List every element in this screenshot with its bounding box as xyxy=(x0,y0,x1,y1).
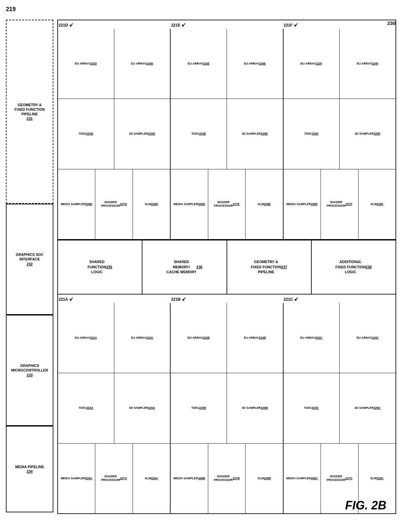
sampler-225A: 3D SAMPLER225A xyxy=(114,373,170,443)
media-sampler-206F: MEDIA SAMPLER206F xyxy=(284,169,321,239)
slice-221B-row2: TD/IC223B 3D SAMPLER225B xyxy=(171,373,283,443)
eu-array-224C: EU ARRAY224C xyxy=(340,303,396,373)
slice-221F-row1: EU ARRAY222F EU ARRAY224F xyxy=(284,29,396,99)
sampler-225C: 3D SAMPLER225C xyxy=(340,373,396,443)
label-221B: 221B ↙ xyxy=(171,296,186,302)
tdic-223D: TD/IC223D xyxy=(58,99,114,169)
slice-221B-inner: EU ARRAY222B EU ARRAY224B TD/IC223B 3D S… xyxy=(171,303,283,513)
figure-label: FIG. 2B xyxy=(345,499,386,512)
left-box-233-ref: 233 xyxy=(11,373,48,377)
additional-fixed-238: ADDITIONALFIXED FUNCTIONLOGIC238 xyxy=(312,240,396,294)
slice-221F-row2: TD/IC223F 3D SAMPLER225F xyxy=(284,99,396,169)
eu-array-222F: EU ARRAY222F xyxy=(284,29,340,99)
left-box-232-label: GRAPHICS SOCINTERFACE xyxy=(16,252,44,262)
media-sampler-206C: MEDIA SAMPLER206C xyxy=(284,444,321,513)
main-diagram: 221D ↙ 221E ↙ 221F ↙ EU ARRAY222D EU ARR… xyxy=(57,20,396,514)
tdic-223E: TD/IC223E xyxy=(171,99,227,169)
slice-221C: EU ARRAY222C EU ARRAY224C TD/IC223C 3D S… xyxy=(284,303,396,513)
eu-array-224D: EU ARRAY224D xyxy=(114,29,170,99)
slm-228F: SLM228F xyxy=(359,169,396,239)
left-box-232-ref: 232 xyxy=(16,262,44,266)
eu-array-224E: EU ARRAY224E xyxy=(227,29,283,99)
middle-section: SHAREDFUNCTIONLOGIC235 SHAREDMEMORY/CACH… xyxy=(58,240,396,294)
left-box-232: GRAPHICS SOCINTERFACE 232 xyxy=(6,204,53,315)
shader-227A: SHADERPROCESSOR227A xyxy=(95,444,133,513)
tdic-223F: TD/IC223F xyxy=(284,99,340,169)
label-221C: 221C ↙ xyxy=(284,296,298,302)
left-column: GEOMETRY &FIXED FUNCTIONPIPELINE 231 GRA… xyxy=(6,20,53,512)
sampler-225F: 3D SAMPLER225F xyxy=(340,99,396,169)
shader-227D: SHADERPROCESSOR227D xyxy=(95,169,133,239)
left-box-231-ref: 231 xyxy=(14,116,45,121)
slice-221D-row1: EU ARRAY222D EU ARRAY224D xyxy=(58,29,170,99)
left-box-233-label: GRAPHICSMICROCONTROLLER xyxy=(11,363,48,373)
slm-228E: SLM228E xyxy=(246,169,283,239)
eu-array-222A: EU ARRAY222A xyxy=(58,303,114,373)
page-number: 219 xyxy=(6,6,16,13)
slice-221B-row3: MEDIA SAMPLER206B SHADERPROCESSOR227B SL… xyxy=(171,444,283,513)
slice-221B: EU ARRAY222B EU ARRAY224B TD/IC223B 3D S… xyxy=(171,303,283,513)
slice-221C-inner: EU ARRAY222C EU ARRAY224C TD/IC223C 3D S… xyxy=(284,303,396,513)
slice-221D-inner: EU ARRAY222D EU ARRAY224D TD/IC223D 3D S… xyxy=(58,29,170,239)
slice-221A-inner: EU ARRAY222A EU ARRAY224A TD/IC223A 3D S… xyxy=(58,303,170,513)
media-sampler-226A: MEDIA SAMPLER226A xyxy=(58,444,95,513)
shader-227F: SHADERPROCESSOR227F xyxy=(321,169,358,239)
label-221E: 221E ↙ xyxy=(171,22,186,28)
sampler-225E: 3D SAMPLER225E xyxy=(227,99,283,169)
slm-228A: SLM228A xyxy=(133,444,170,513)
label-221D: 221D ↙ xyxy=(59,22,73,28)
slice-221F-row3: MEDIA SAMPLER206F SHADERPROCESSOR227F SL… xyxy=(284,169,396,239)
left-box-234: MEDIA PIPELINE 234 xyxy=(6,426,53,512)
shader-227B: SHADERPROCESSOR227B xyxy=(208,444,246,513)
outer-border: 221D ↙ 221E ↙ 221F ↙ EU ARRAY222D EU ARR… xyxy=(57,20,396,514)
shared-function-235: SHAREDFUNCTIONLOGIC235 xyxy=(58,240,142,294)
slm-228D: SLM228D xyxy=(133,169,170,239)
label-221A: 221A ↙ xyxy=(59,296,73,302)
eu-array-222E: EU ARRAY222E xyxy=(171,29,227,99)
eu-array-224B: EU ARRAY224B xyxy=(227,303,283,373)
slice-221A: EU ARRAY222A EU ARRAY224A TD/IC223A 3D S… xyxy=(58,303,171,513)
slice-221E-row1: EU ARRAY222E EU ARRAY224E xyxy=(171,29,283,99)
slice-221E-row2: TD/IC223E 3D SAMPLER225E xyxy=(171,99,283,169)
left-box-233: GRAPHICSMICROCONTROLLER 233 xyxy=(6,315,53,426)
slice-221F-inner: EU ARRAY222F EU ARRAY224F TD/IC223F 3D S… xyxy=(284,29,396,239)
slm-228B: SLM228B xyxy=(246,444,283,513)
eu-array-224F: EU ARRAY224F xyxy=(340,29,396,99)
left-box-231-label: GEOMETRY &FIXED FUNCTIONPIPELINE xyxy=(14,103,45,117)
slice-221C-row1: EU ARRAY222C EU ARRAY224C xyxy=(284,303,396,373)
tdic-223A: TD/IC223A xyxy=(58,373,114,443)
eu-array-222C: EU ARRAY222C xyxy=(284,303,340,373)
slice-221A-row2: TD/IC223A 3D SAMPLER225A xyxy=(58,373,170,443)
sampler-225B: 3D SAMPLER225B xyxy=(227,373,283,443)
label-221F: 221F ↙ xyxy=(284,22,298,28)
slice-221E-inner: EU ARRAY222E EU ARRAY224E TD/IC223E 3D S… xyxy=(171,29,283,239)
media-sampler-206D: MEDIA SAMPLER206D xyxy=(58,169,95,239)
eu-array-222D: EU ARRAY222D xyxy=(58,29,114,99)
tdic-223C: TD/IC223C xyxy=(284,373,340,443)
shader-227E: SHADERPROCESSOR227E xyxy=(208,169,246,239)
sampler-225D: 3D SAMPLER225D xyxy=(114,99,170,169)
slice-221A-row3: MEDIA SAMPLER226A SHADERPROCESSOR227A SL… xyxy=(58,444,170,513)
slice-221E-row3: MEDIA SAMPLER206E SHADERPROCESSOR227E SL… xyxy=(171,169,283,239)
slice-221B-row1: EU ARRAY222B EU ARRAY224B xyxy=(171,303,283,373)
slice-221E: EU ARRAY222E EU ARRAY224E TD/IC223E 3D S… xyxy=(171,29,283,239)
top-slice-row: 221D ↙ 221E ↙ 221F ↙ EU ARRAY222D EU ARR… xyxy=(58,20,396,240)
slice-221A-row1: EU ARRAY222A EU ARRAY224A xyxy=(58,303,170,373)
left-box-231: GEOMETRY &FIXED FUNCTIONPIPELINE 231 xyxy=(6,20,53,204)
left-box-234-ref: 234 xyxy=(15,469,44,474)
tdic-223B: TD/IC223B xyxy=(171,373,227,443)
shared-memory-236: SHAREDMEMORY/CACHE MEMORY236 xyxy=(142,240,227,294)
media-sampler-206E: MEDIA SAMPLER206E xyxy=(171,169,208,239)
bottom-slice-row: 221A ↙ 221B ↙ 221C ↙ EU ARRAY222A EU ARR… xyxy=(58,294,396,513)
slice-221F: EU ARRAY222F EU ARRAY224F TD/IC223F 3D S… xyxy=(284,29,396,239)
media-sampler-206B: MEDIA SAMPLER206B xyxy=(171,444,208,513)
eu-array-224A: EU ARRAY224A xyxy=(114,303,170,373)
left-box-234-label: MEDIA PIPELINE xyxy=(15,465,44,469)
slice-221C-row2: TD/IC223C 3D SAMPLER225C xyxy=(284,373,396,443)
eu-array-222B: EU ARRAY222B xyxy=(171,303,227,373)
slice-221D: EU ARRAY222D EU ARRAY224D TD/IC223D 3D S… xyxy=(58,29,171,239)
slice-221D-row3: MEDIA SAMPLER206D SHADERPROCESSOR227D SL… xyxy=(58,169,170,239)
geometry-pipeline-237: GEOMETRY &FIXED FUNCTIONPIPELINE237 xyxy=(227,240,312,294)
slice-221D-row2: TD/IC223D 3D SAMPLER225D xyxy=(58,99,170,169)
